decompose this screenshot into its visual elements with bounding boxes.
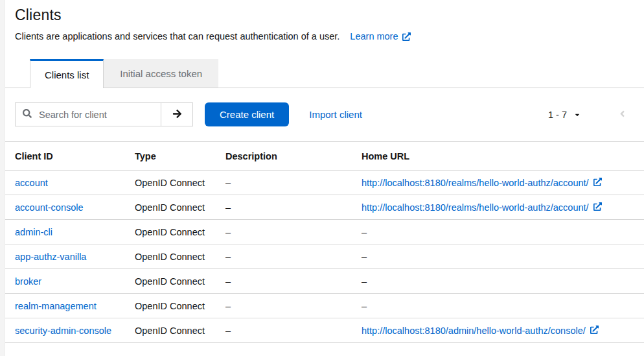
angle-left-icon: [619, 109, 626, 121]
column-header-client-id: Client ID: [5, 142, 127, 171]
home-url-dash: –: [362, 301, 367, 311]
page-left-margin: [0, 0, 5, 356]
home-url-cell: –: [354, 269, 644, 294]
learn-more-link[interactable]: Learn more: [350, 31, 410, 42]
column-header-type: Type: [127, 142, 218, 171]
learn-more-label: Learn more: [350, 31, 398, 42]
page-description: Clients are applications and services th…: [15, 31, 339, 42]
external-link-icon: [402, 32, 411, 41]
home-url-cell: –: [354, 294, 644, 318]
home-url-dash: –: [362, 252, 367, 262]
table-row: app-authz-vanilla OpenID Connect – –: [5, 244, 644, 269]
column-header-home-url: Home URL: [354, 142, 644, 171]
home-url-link-wrap: http://localhost:8180/admin/hello-world-…: [362, 326, 599, 336]
home-url-link[interactable]: http://localhost:8180/realms/hello-world…: [362, 202, 589, 213]
toolbar: Create client Import client 1 - 7: [5, 88, 644, 126]
client-description-cell: –: [218, 244, 354, 269]
table-row: security-admin-console OpenID Connect – …: [5, 318, 644, 343]
home-url-cell: http://localhost:8180/admin/hello-world-…: [354, 318, 644, 343]
tab-clients-list[interactable]: Clients list: [30, 59, 104, 88]
client-type-cell: OpenID Connect: [127, 220, 218, 244]
clients-table: Client ID Type Description Home URL acco…: [5, 141, 644, 343]
client-type-cell: OpenID Connect: [127, 294, 218, 318]
table-header-row: Client ID Type Description Home URL: [5, 142, 644, 171]
pagination-range-label: 1 - 7: [548, 110, 567, 120]
client-type-cell: OpenID Connect: [127, 195, 218, 220]
pagination: 1 - 7: [544, 108, 635, 121]
pagination-prev-button[interactable]: [615, 108, 630, 121]
client-id-link[interactable]: app-authz-vanilla: [15, 252, 86, 262]
home-url-link[interactable]: http://localhost:8180/admin/hello-world-…: [362, 326, 586, 336]
pagination-range-dropdown[interactable]: 1 - 7: [544, 109, 584, 121]
page-header: Clients Clients are applications and ser…: [5, 0, 644, 42]
external-link-icon: [593, 202, 602, 213]
table-row: realm-management OpenID Connect – –: [5, 294, 644, 318]
client-id-link[interactable]: account-console: [15, 202, 84, 213]
home-url-link[interactable]: http://localhost:8180/realms/hello-world…: [362, 178, 589, 188]
tab-initial-access-token-label: Initial access token: [120, 68, 202, 79]
client-type-cell: OpenID Connect: [127, 318, 218, 343]
search-input[interactable]: [38, 109, 159, 121]
client-id-link[interactable]: account: [15, 178, 48, 188]
home-url-dash: –: [362, 276, 367, 287]
clients-page: Clients Clients are applications and ser…: [5, 0, 644, 343]
arrow-right-icon: [172, 109, 182, 121]
client-type-cell: OpenID Connect: [127, 269, 218, 294]
home-url-cell: –: [354, 220, 644, 244]
client-description-cell: –: [218, 269, 354, 294]
external-link-icon: [590, 326, 599, 336]
tab-initial-access-token[interactable]: Initial access token: [104, 59, 218, 88]
external-link-icon: [593, 178, 602, 188]
tab-bar: Clients list Initial access token: [5, 59, 644, 88]
import-client-link[interactable]: Import client: [309, 109, 362, 120]
client-type-cell: OpenID Connect: [127, 171, 218, 195]
client-description-cell: –: [218, 171, 354, 195]
home-url-cell: –: [354, 244, 644, 269]
client-id-link[interactable]: broker: [15, 276, 41, 287]
create-client-button[interactable]: Create client: [205, 102, 289, 126]
client-id-link[interactable]: admin-cli: [15, 227, 52, 237]
table-row: broker OpenID Connect – –: [5, 269, 644, 294]
page-title: Clients: [15, 6, 628, 24]
client-id-link[interactable]: security-admin-console: [15, 326, 111, 336]
column-header-description: Description: [218, 142, 354, 171]
client-description-cell: –: [218, 195, 354, 220]
home-url-dash: –: [362, 227, 367, 237]
table-row: account-console OpenID Connect – http://…: [5, 195, 644, 220]
table-row: account OpenID Connect – http://localhos…: [5, 171, 644, 195]
home-url-cell: http://localhost:8180/realms/hello-world…: [354, 171, 644, 195]
client-description-cell: –: [218, 220, 354, 244]
home-url-link-wrap: http://localhost:8180/realms/hello-world…: [362, 202, 602, 213]
search-icon: [23, 109, 32, 121]
search-group: [15, 102, 193, 126]
caret-down-icon: [574, 110, 581, 120]
client-type-cell: OpenID Connect: [127, 244, 218, 269]
client-description-cell: –: [218, 294, 354, 318]
search-submit-button[interactable]: [161, 103, 192, 126]
tab-clients-list-label: Clients list: [45, 69, 89, 80]
home-url-cell: http://localhost:8180/realms/hello-world…: [354, 195, 644, 220]
client-id-link[interactable]: realm-management: [15, 301, 97, 311]
table-row: admin-cli OpenID Connect – –: [5, 220, 644, 244]
client-description-cell: –: [218, 318, 354, 343]
home-url-link-wrap: http://localhost:8180/realms/hello-world…: [362, 178, 602, 188]
